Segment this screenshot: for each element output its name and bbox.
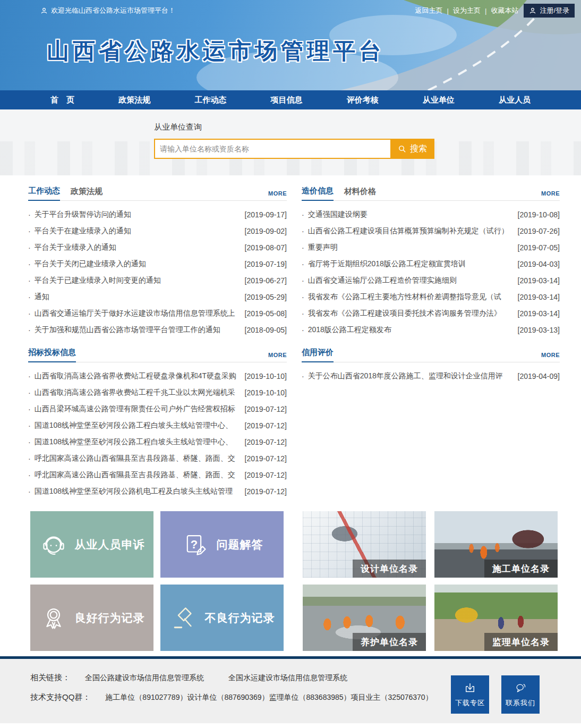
item-title[interactable]: 通知	[35, 292, 241, 302]
contact-us-button[interactable]: 联系我们	[501, 675, 540, 714]
more-link[interactable]: MORE	[541, 352, 560, 362]
medal-icon	[39, 604, 68, 632]
list-item[interactable]: ·2018版公路工程定额发布[2019-03-13]	[302, 321, 560, 338]
auth-label: 注册/登录	[540, 6, 569, 15]
list-item[interactable]: ·山西省交通运输厅公路工程造价管理实施细则[2019-03-14]	[302, 272, 560, 289]
list-item[interactable]: ·平台关于业绩录入的通知[2019-08-07]	[28, 239, 287, 256]
bullet: ·	[302, 293, 304, 301]
list-item[interactable]: ·山西省取消高速公路省界收费站工程硬盘录像机和4T硬盘采购[2019-10-10…	[28, 368, 287, 384]
item-title[interactable]: 国道108线神堂堡至砂河段公路机电工程及白坡头主线站管理	[35, 487, 241, 496]
list-item[interactable]: ·关于加强和规范山西省公路市场管理平台管理工作的通知[2018-09-05]	[28, 321, 287, 338]
item-date: [2019-09-02]	[245, 227, 287, 235]
tile-good-record[interactable]: 良好行为记录	[30, 585, 153, 651]
item-date: [2019-07-12]	[245, 487, 287, 496]
list-item[interactable]: ·国道108线神堂堡至砂河段公路工程白坡头主线站管理中心、[2019-07-12…	[28, 417, 287, 434]
list-item[interactable]: ·山西省取消高速公路省界收费站工程千兆工业以太网光端机采[2019-10-10]	[28, 384, 287, 401]
list-item[interactable]: ·呼北国家高速公路山西省隰县至吉县段路基、桥隧、路面、交[2019-07-12]	[28, 450, 287, 467]
item-title[interactable]: 2018版公路工程定额发布	[308, 325, 514, 335]
user-icon	[529, 7, 536, 14]
item-date: [2019-10-10]	[245, 388, 287, 397]
tile-bad-record[interactable]: 不良行为记录	[160, 585, 284, 651]
more-link[interactable]: MORE	[541, 190, 560, 200]
item-title[interactable]: 交通强国建设纲要	[308, 210, 514, 219]
list-item[interactable]: ·平台关于关闭已建业绩录入的通知[2019-07-19]	[28, 256, 287, 272]
item-title[interactable]: 关于加强和规范山西省公路市场管理平台管理工作的通知	[35, 325, 241, 335]
list-item[interactable]: ·通知[2019-05-29]	[28, 289, 287, 305]
item-date: [2019-07-12]	[245, 438, 287, 446]
more-link[interactable]: MORE	[268, 190, 287, 200]
list-item[interactable]: ·山西省交通运输厅关于做好水运建设市场信用信息管理系统上[2019-05-08]	[28, 305, 287, 321]
tile-worker-appeal[interactable]: 从业人员申诉	[30, 511, 153, 578]
search-button[interactable]: 搜索	[390, 139, 434, 159]
item-title[interactable]: 我省发布《公路工程建设项目委托技术咨询服务管理办法》	[308, 309, 514, 318]
register-login-button[interactable]: 注册/登录	[524, 4, 575, 18]
item-title[interactable]: 平台关于已建业绩录入时间变更的通知	[35, 276, 241, 285]
topbar-link[interactable]: 收藏本站	[491, 6, 518, 15]
item-date: [2019-07-26]	[518, 227, 560, 235]
related-link[interactable]: 全国公路建设市场信用信息管理系统	[85, 673, 204, 682]
list-item[interactable]: ·国道108线神堂堡至砂河段公路机电工程及白坡头主线站管理[2019-07-12…	[28, 483, 287, 500]
item-date: [2019-05-29]	[245, 293, 287, 301]
item-title[interactable]: 省厅将于近期组织2018版公路工程定额宣贯培训	[308, 259, 514, 269]
tile-qa[interactable]: ?问题解答	[160, 511, 284, 578]
item-title[interactable]: 山西省公路工程建设项目估算概算预算编制补充规定（试行）	[308, 226, 514, 236]
topbar-link[interactable]: 设为主页	[453, 6, 481, 15]
item-title[interactable]: 呼北国家高速公路山西省隰县至吉县段路基、桥隧、路面、交	[35, 470, 241, 480]
item-title[interactable]: 山西省交通运输厅公路工程造价管理实施细则	[308, 276, 514, 285]
bullet: ·	[28, 388, 31, 397]
item-title[interactable]: 平台关于在建业绩录入的通知	[35, 226, 241, 236]
item-date: [2019-07-12]	[245, 454, 287, 463]
list-item[interactable]: ·交通强国建设纲要[2019-10-08]	[302, 206, 560, 223]
item-title[interactable]: 平台关于业绩录入的通知	[35, 243, 241, 252]
list-item[interactable]: ·我省发布《公路工程建设项目委托技术咨询服务管理办法》[2019-03-14]	[302, 305, 560, 321]
unit-search-input[interactable]	[154, 139, 390, 159]
item-title[interactable]: 平台关于关闭已建业绩录入的通知	[35, 259, 241, 269]
section-tab[interactable]: 工作动态	[28, 186, 60, 201]
item-title[interactable]: 山西省交通运输厅关于做好水运建设市场信用信息管理系统上	[35, 309, 241, 318]
list-item[interactable]: ·省厅将于近期组织2018版公路工程定额宣贯培训[2019-04-03]	[302, 256, 560, 272]
photo-tile-design[interactable]: 设计单位名录	[303, 511, 426, 578]
list-item[interactable]: ·山西省公路工程建设项目估算概算预算编制补充规定（试行）[2019-07-26]	[302, 223, 560, 239]
photo-tile-supervision[interactable]: 监理单位名录	[434, 585, 558, 651]
nav-item[interactable]: 从业人员	[499, 95, 531, 105]
list-item[interactable]: ·关于公布山西省2018年度公路施工、监理和设计企业信用评[2019-04-09…	[302, 368, 560, 384]
nav-item[interactable]: 评价考核	[347, 95, 379, 105]
nav-item[interactable]: 首 页	[50, 95, 74, 105]
item-title[interactable]: 山西吕梁环城高速公路管理有限责任公司户外广告经营权招标	[35, 404, 241, 414]
item-date: [2019-04-09]	[518, 372, 560, 380]
nav-item[interactable]: 从业单位	[423, 95, 455, 105]
photo-tile-maintenance[interactable]: 养护单位名录	[303, 585, 426, 651]
list-item[interactable]: ·平台关于在建业绩录入的通知[2019-09-02]	[28, 223, 287, 239]
list-item[interactable]: ·关于平台升级暂停访问的通知[2019-09-17]	[28, 206, 287, 223]
list-item[interactable]: ·平台关于已建业绩录入时间变更的通知[2019-06-27]	[28, 272, 287, 289]
item-title[interactable]: 山西省取消高速公路省界收费站工程硬盘录像机和4T硬盘采购	[35, 371, 241, 381]
nav-item[interactable]: 工作动态	[194, 95, 226, 105]
item-title[interactable]: 国道108线神堂堡至砂河段公路工程白坡头主线站管理中心、	[35, 421, 241, 430]
list-item[interactable]: ·呼北国家高速公路山西省隰县至吉县段路基、桥隧、路面、交[2019-07-12]	[28, 467, 287, 483]
related-link[interactable]: 全国水运建设市场信用信息管理系统	[228, 673, 347, 682]
section-tab[interactable]: 材料价格	[344, 187, 376, 200]
item-title[interactable]: 关于平台升级暂停访问的通知	[35, 210, 241, 219]
item-title[interactable]: 国道108线神堂堡至砂河段公路工程白坡头主线站管理中心、	[35, 437, 241, 447]
photo-tile-construction[interactable]: 施工单位名录	[434, 511, 558, 578]
section-tab[interactable]: 政策法规	[71, 187, 102, 200]
nav-item[interactable]: 项目信息	[270, 95, 302, 105]
list-item[interactable]: ·我省发布《公路工程主要地方性材料价差调整指导意见（试[2019-03-14]	[302, 289, 560, 305]
nav-item[interactable]: 政策法规	[118, 95, 150, 105]
download-zone-button[interactable]: 下载专区	[451, 675, 489, 714]
item-title[interactable]: 我省发布《公路工程主要地方性材料价差调整指导意见（试	[308, 292, 514, 302]
item-title[interactable]: 呼北国家高速公路山西省隰县至吉县段路基、桥隧、路面、交	[35, 454, 241, 463]
item-title[interactable]: 重要声明	[308, 243, 514, 252]
section-tab[interactable]: 造价信息	[302, 186, 334, 201]
list-item[interactable]: ·山西吕梁环城高速公路管理有限责任公司户外广告经营权招标[2019-07-12]	[28, 401, 287, 417]
search-band: 从业单位查询 搜索	[0, 109, 581, 175]
item-title[interactable]: 关于公布山西省2018年度公路施工、监理和设计企业信用评	[308, 371, 514, 381]
list-item[interactable]: ·重要声明[2019-07-05]	[302, 239, 560, 256]
section-tab[interactable]: 招标投标信息	[28, 348, 76, 362]
list-item[interactable]: ·国道108线神堂堡至砂河段公路工程白坡头主线站管理中心、[2019-07-12…	[28, 434, 287, 450]
section-tab[interactable]: 信用评价	[302, 348, 334, 362]
item-title[interactable]: 山西省取消高速公路省界收费站工程千兆工业以太网光端机采	[35, 388, 241, 397]
bullet: ·	[28, 326, 31, 334]
more-link[interactable]: MORE	[268, 352, 287, 362]
topbar-link[interactable]: 返回主页	[415, 6, 443, 15]
